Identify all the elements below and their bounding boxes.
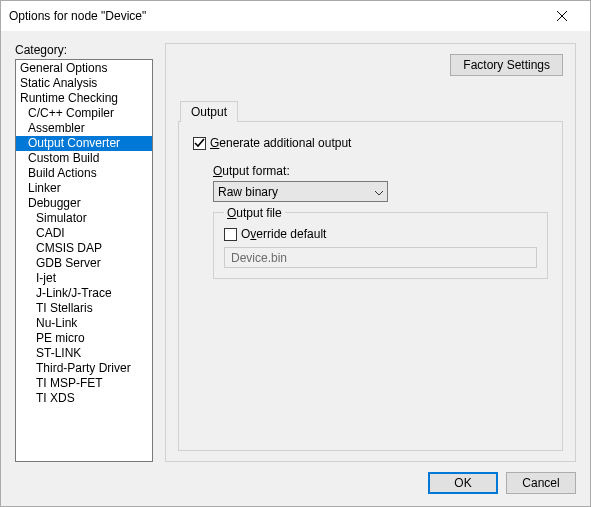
category-item[interactable]: TI Stellaris — [16, 301, 152, 316]
output-file-group: Output file Override default — [213, 212, 548, 279]
output-file-input[interactable] — [224, 247, 537, 268]
close-button[interactable] — [542, 2, 582, 30]
category-item[interactable]: Build Actions — [16, 166, 152, 181]
category-item[interactable]: Custom Build — [16, 151, 152, 166]
category-item[interactable]: Third-Party Driver — [16, 361, 152, 376]
category-item[interactable]: Output Converter — [16, 136, 152, 151]
category-item[interactable]: J-Link/J-Trace — [16, 286, 152, 301]
dialog-title: Options for node "Device" — [9, 9, 542, 23]
dialog-body: Category: General OptionsStatic Analysis… — [1, 31, 590, 506]
category-item[interactable]: General Options — [16, 61, 152, 76]
category-item[interactable]: ST-LINK — [16, 346, 152, 361]
override-default-checkbox[interactable] — [224, 228, 237, 241]
category-item[interactable]: TI MSP-FET — [16, 376, 152, 391]
factory-settings-button[interactable]: Factory Settings — [450, 54, 563, 76]
options-panel: Factory Settings Output Generate additio… — [165, 43, 576, 462]
dialog-footer: OK Cancel — [15, 462, 576, 494]
category-item[interactable]: Static Analysis — [16, 76, 152, 91]
output-format-label: Output format: — [213, 164, 548, 178]
category-item[interactable]: GDB Server — [16, 256, 152, 271]
category-item[interactable]: C/C++ Compiler — [16, 106, 152, 121]
category-item[interactable]: Simulator — [16, 211, 152, 226]
category-column: Category: General OptionsStatic Analysis… — [15, 43, 153, 462]
titlebar: Options for node "Device" — [1, 1, 590, 31]
category-item[interactable]: Linker — [16, 181, 152, 196]
output-format-value: Raw binary — [218, 185, 278, 199]
category-item[interactable]: CADI — [16, 226, 152, 241]
tab-output[interactable]: Output — [180, 101, 238, 122]
tab-content: Generate additional output Output format… — [178, 121, 563, 451]
category-listbox[interactable]: General OptionsStatic AnalysisRuntime Ch… — [15, 59, 153, 462]
cancel-button[interactable]: Cancel — [506, 472, 576, 494]
generate-additional-output-label: Generate additional output — [210, 136, 351, 150]
tab-strip: Output — [180, 100, 563, 121]
override-default-label: Override default — [241, 227, 326, 241]
category-item[interactable]: TI XDS — [16, 391, 152, 406]
chevron-down-icon — [375, 185, 383, 199]
options-dialog: Options for node "Device" Category: Gene… — [0, 0, 591, 507]
category-item[interactable]: Assembler — [16, 121, 152, 136]
close-icon — [557, 11, 567, 21]
category-item[interactable]: Debugger — [16, 196, 152, 211]
generate-additional-output-checkbox[interactable] — [193, 137, 206, 150]
category-item[interactable]: I-jet — [16, 271, 152, 286]
check-icon — [194, 138, 205, 149]
category-item[interactable]: PE micro — [16, 331, 152, 346]
category-item[interactable]: Nu-Link — [16, 316, 152, 331]
category-item[interactable]: Runtime Checking — [16, 91, 152, 106]
category-item[interactable]: CMSIS DAP — [16, 241, 152, 256]
category-label: Category: — [15, 43, 153, 57]
output-format-select[interactable]: Raw binary — [213, 181, 388, 202]
output-file-legend: Output file — [224, 206, 285, 220]
ok-button[interactable]: OK — [428, 472, 498, 494]
